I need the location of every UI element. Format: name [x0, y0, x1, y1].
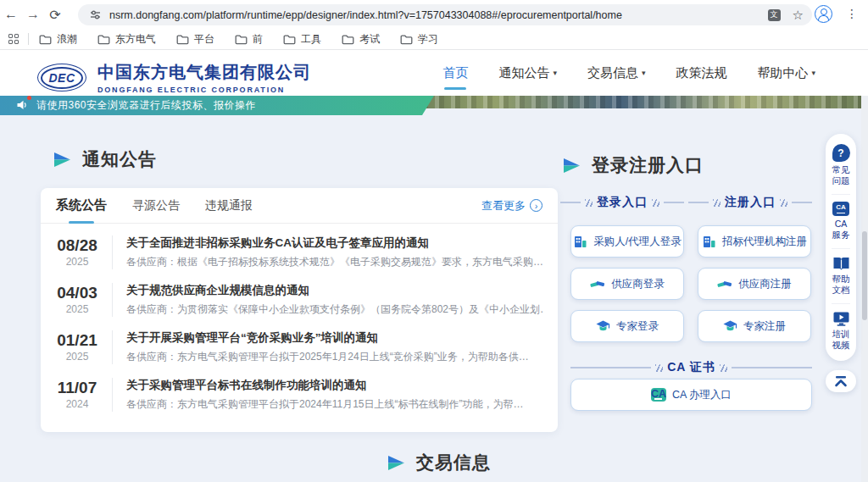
- slash-ornament: [780, 199, 787, 207]
- bookmark-star-icon[interactable]: ☆: [793, 8, 804, 23]
- bookmark-folder[interactable]: 东方电气: [97, 32, 156, 47]
- nav-home[interactable]: 首页: [442, 60, 468, 86]
- expert-register-button[interactable]: 专家注册: [698, 310, 811, 342]
- divider: [112, 235, 113, 269]
- folder-icon: [39, 34, 52, 45]
- folder-icon: [235, 34, 248, 45]
- page: ← → ⟳ nsrm.dongfang.com/platform/runtime…: [0, 0, 868, 482]
- bookmark-folder[interactable]: 浪潮: [39, 32, 77, 47]
- folder-icon: [97, 34, 110, 45]
- notice-date: 04/03 2025: [51, 284, 103, 315]
- floating-sidebar: ? 常见问题 CA CA服务 帮助文档 培训视频: [826, 134, 856, 361]
- profile-avatar[interactable]: [815, 5, 832, 23]
- faq-shortcut[interactable]: ? 常见问题: [828, 144, 854, 186]
- divider: [832, 194, 850, 195]
- speaker-icon: [17, 98, 28, 114]
- login-group-label: 登录入口: [560, 195, 684, 210]
- notice-title[interactable]: 关于规范供应商企业规模信息的通知: [126, 283, 544, 298]
- notice-title[interactable]: 关于开展采购管理平台“竞价采购业务”培训的通知: [126, 330, 529, 346]
- divider: [832, 248, 850, 249]
- browser-menu-icon[interactable]: ⋮: [846, 7, 858, 20]
- question-icon: ?: [832, 144, 850, 162]
- graduation-cap-icon: [596, 320, 610, 332]
- tab-violation-reports[interactable]: 违规通报: [205, 188, 253, 224]
- bid-agency-register-button[interactable]: 招标代理机构注册: [698, 225, 811, 258]
- ca-group-label: CA 证书: [570, 360, 812, 375]
- forward-icon[interactable]: →: [22, 7, 44, 22]
- tab-system-notices[interactable]: 系统公告: [56, 188, 107, 224]
- notices-card: 系统公告 寻源公告 违规通报 查看更多 › 08/28 2025 关于全面推进非…: [41, 188, 558, 432]
- bookmark-folder[interactable]: 学习: [400, 32, 438, 47]
- reload-icon[interactable]: ⟳: [44, 7, 66, 23]
- divider: [112, 283, 113, 317]
- ca-icon: CA: [832, 202, 849, 216]
- dec-logo-icon: DEC: [37, 64, 86, 91]
- ca-service-shortcut[interactable]: CA CA服务: [828, 202, 854, 241]
- scrollbar-thumb[interactable]: [862, 231, 867, 320]
- nav-policies[interactable]: 政策法规: [676, 60, 726, 86]
- folder-icon: [176, 34, 189, 45]
- section-title: 交易信息: [416, 451, 491, 474]
- main-nav: 首页 通知公告 ▾ 交易信息 ▾ 政策法规 帮助中心 ▾: [442, 50, 815, 96]
- chevron-right-circle-icon: ›: [530, 199, 542, 212]
- expert-login-button[interactable]: 专家登录: [570, 310, 684, 342]
- nav-trade-info[interactable]: 交易信息 ▾: [587, 60, 646, 86]
- company-logo[interactable]: DEC 中国东方电气集团有限公司 DONGFANG ELECTRIC CORPO…: [37, 61, 311, 94]
- notice-list-item[interactable]: 11/07 2024 关于采购管理平台标书在线制作功能培训的通知 各供应商：东方…: [41, 371, 558, 418]
- notices-tabs: 系统公告 寻源公告 违规通报 查看更多 ›: [41, 188, 558, 224]
- address-bar[interactable]: nsrm.dongfang.com/platform/runtime/epp/d…: [78, 4, 812, 25]
- handshake-icon: [717, 279, 732, 290]
- folder-icon: [400, 34, 413, 45]
- bookmark-folder[interactable]: 工具: [283, 32, 321, 47]
- folder-icon: [342, 34, 354, 45]
- scrollbar-track[interactable]: [861, 96, 868, 482]
- bookmarks-separator: [28, 33, 29, 45]
- slash-ornament: [585, 199, 593, 207]
- apps-grid-icon[interactable]: [8, 34, 19, 45]
- company-name-cn: 中国东方电气集团有限公司: [97, 61, 311, 84]
- training-video-shortcut[interactable]: 培训视频: [828, 311, 854, 351]
- url-text[interactable]: nsrm.dongfang.com/platform/runtime/epp/d…: [109, 9, 760, 21]
- notice-list-item[interactable]: 08/28 2025 关于全面推进非招标采购业务CA认证及电子签章应用的通知 各…: [41, 229, 558, 275]
- training-video-icon: [832, 311, 850, 326]
- notice-title[interactable]: 关于采购管理平台标书在线制作功能培训的通知: [126, 378, 524, 393]
- ca-certificate-icon: CA: [651, 388, 666, 402]
- help-doc-icon: [832, 256, 850, 271]
- translate-icon[interactable]: 文: [768, 9, 781, 21]
- dropdown-arrow-icon: ▾: [553, 69, 557, 77]
- bookmark-folder[interactable]: 前: [235, 32, 263, 47]
- site-settings-icon[interactable]: [90, 9, 101, 20]
- section-arrow-icon: [53, 152, 71, 168]
- ca-apply-button[interactable]: CA CA 办理入口: [570, 379, 812, 411]
- divider: [112, 330, 113, 364]
- tab-sourcing-notices[interactable]: 寻源公告: [132, 188, 180, 224]
- notice-summary: 各供应商：东方电气采购管理平台拟于2024年11月15日上线“标书在线制作”功能…: [126, 397, 524, 412]
- buyer-agent-login-button[interactable]: 采购人/代理人登录: [570, 225, 684, 258]
- help-doc-shortcut[interactable]: 帮助文档: [828, 256, 854, 296]
- bookmark-folder[interactable]: 平台: [176, 32, 214, 47]
- notice-summary: 各供应商：根据《电子招标投标系统技术规范》《电子采购交易规范》要求，东方电气采购…: [126, 255, 543, 269]
- notice-date: 08/28 2025: [51, 236, 103, 268]
- section-arrow-icon: [562, 158, 581, 174]
- graduation-cap-icon: [723, 320, 737, 332]
- company-name-en: DONGFANG ELECTRIC CORPORATION: [97, 86, 311, 94]
- supplier-login-button[interactable]: 供应商登录: [570, 268, 684, 300]
- back-icon[interactable]: ←: [0, 7, 22, 22]
- bookmark-folder[interactable]: 考试: [342, 32, 380, 47]
- notice-date: 11/07 2024: [51, 379, 103, 410]
- view-more-link[interactable]: 查看更多 ›: [481, 198, 542, 213]
- handshake-icon: [590, 279, 605, 290]
- supplier-register-button[interactable]: 供应商注册: [698, 268, 811, 300]
- nav-notices[interactable]: 通知公告 ▾: [498, 60, 557, 86]
- notices-section-heading: 通知公告: [53, 147, 157, 171]
- notice-list-item[interactable]: 04/03 2025 关于规范供应商企业规模信息的通知 各供应商：为贯彻落实《保…: [41, 276, 558, 323]
- login-section-heading: 登录注册入口: [562, 153, 704, 177]
- collapse-sidebar-button[interactable]: [826, 370, 856, 392]
- slash-ornament: [713, 199, 721, 207]
- nav-help-center[interactable]: 帮助中心 ▾: [757, 60, 815, 86]
- bookmarks-bar: 浪潮 东方电气 平台 前 工具 考试 学习: [0, 29, 868, 50]
- notice-list-item[interactable]: 01/21 2025 关于开展采购管理平台“竞价采购业务”培训的通知 各供应商：…: [41, 324, 558, 370]
- dropdown-arrow-icon: ▾: [811, 69, 815, 77]
- notice-title[interactable]: 关于全面推进非招标采购业务CA认证及电子签章应用的通知: [126, 235, 543, 251]
- section-title: 登录注册入口: [592, 153, 704, 177]
